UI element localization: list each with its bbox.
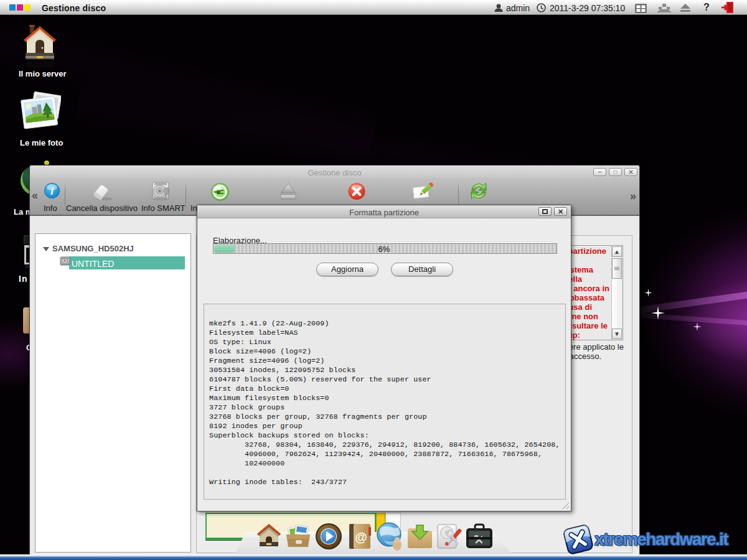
svg-text:@: @ bbox=[355, 530, 367, 544]
